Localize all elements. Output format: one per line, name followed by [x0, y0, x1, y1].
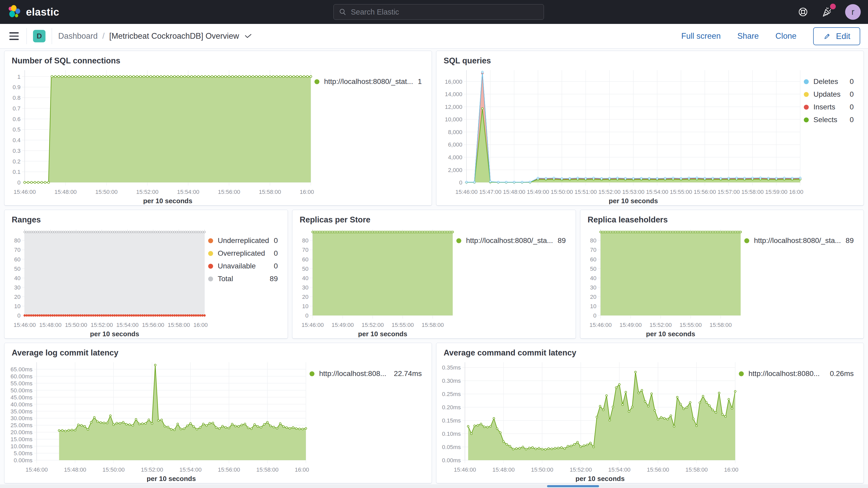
svg-text:14,000: 14,000	[445, 91, 462, 97]
panel-row-2: Ranges 15:46:0015:48:0015:50:0015:52:001…	[4, 210, 864, 339]
legend-color-dot	[208, 276, 213, 281]
svg-text:16:00:00: 16:00:00	[789, 189, 804, 195]
legend-color-dot	[739, 371, 744, 376]
legend-item[interactable]: Underreplicated0	[208, 237, 278, 245]
svg-text:0.5: 0.5	[12, 126, 21, 133]
legend-item[interactable]: Overreplicated0	[208, 249, 278, 257]
svg-text:20: 20	[590, 294, 596, 300]
svg-text:40.00ms: 40.00ms	[11, 401, 32, 408]
legend-label: Underreplicated	[218, 237, 269, 245]
svg-text:4,000: 4,000	[448, 154, 462, 160]
legend-value: 89	[558, 237, 566, 245]
legend-label: Total	[218, 275, 233, 283]
chart-plot-avg-log-commit-latency[interactable]: 15:46:0015:48:0015:50:0015:52:0015:54:00…	[7, 358, 310, 482]
chart-svg: 15:46:0015:48:0015:50:0015:52:0015:54:00…	[7, 225, 208, 337]
svg-text:10.00ms: 10.00ms	[11, 443, 32, 450]
chart-svg: 15:46:0015:49:0015:52:0015:55:0015:58:00…	[583, 225, 744, 337]
newsfeed-button[interactable]	[821, 6, 833, 18]
svg-text:15:46:00: 15:46:00	[302, 322, 324, 328]
share-button[interactable]: Share	[737, 31, 759, 41]
svg-text:15:58:00: 15:58:00	[741, 189, 764, 195]
legend-item[interactable]: http://localhost:8080/_sta...89	[744, 237, 854, 245]
svg-text:0.10ms: 0.10ms	[442, 431, 461, 437]
panel-title: Number of SQL connections	[4, 51, 432, 66]
svg-text:15:54:00: 15:54:00	[177, 189, 199, 195]
svg-text:40: 40	[590, 275, 596, 281]
svg-text:60: 60	[302, 256, 308, 263]
chart-svg: 15:46:0015:47:0015:48:0015:49:0015:50:00…	[439, 66, 804, 204]
chart-plot-sql-queries[interactable]: 15:46:0015:47:0015:48:0015:49:0015:50:00…	[439, 66, 804, 204]
legend-color-dot	[804, 105, 809, 110]
svg-text:16:00:00: 16:00:00	[295, 466, 310, 473]
svg-text:20: 20	[14, 294, 21, 300]
legend-item[interactable]: Selects0	[804, 116, 854, 124]
legend-item[interactable]: http://localhost:8080/_stat...1	[314, 78, 422, 86]
svg-text:15:56:00: 15:56:00	[693, 189, 716, 195]
elastic-logo[interactable]: elastic	[7, 5, 85, 19]
search-input[interactable]	[351, 8, 538, 17]
svg-text:0.4: 0.4	[12, 137, 21, 144]
svg-text:15:49:00: 15:49:00	[527, 189, 549, 195]
svg-text:15:50:00: 15:50:00	[531, 466, 553, 473]
chart-plot-avg-command-commit-latency[interactable]: 15:46:0015:48:0015:50:0015:52:0015:54:00…	[439, 358, 739, 482]
legend-value: 0	[849, 116, 854, 124]
svg-text:30: 30	[590, 284, 596, 291]
svg-text:15:52:00: 15:52:00	[136, 189, 158, 195]
svg-text:0.2: 0.2	[12, 158, 21, 165]
svg-text:15:46:00: 15:46:00	[13, 189, 36, 195]
user-avatar[interactable]: r	[845, 4, 861, 20]
legend-item[interactable]: http://localhost:8080/_sta...89	[456, 237, 566, 245]
chart-svg: 15:46:0015:48:0015:50:0015:52:0015:54:00…	[439, 358, 739, 482]
panel-row-3: Average log commit latency 15:46:0015:48…	[4, 343, 864, 483]
svg-text:per 10 seconds: per 10 seconds	[90, 330, 139, 337]
chart-plot-replicas-per-store[interactable]: 15:46:0015:49:0015:52:0015:55:0015:58:00…	[296, 225, 456, 337]
svg-text:60: 60	[590, 256, 596, 263]
chart-plot-sql-connections[interactable]: 15:46:0015:48:0015:50:0015:52:0015:54:00…	[7, 66, 314, 204]
chart-svg: 15:46:0015:48:0015:50:0015:52:0015:54:00…	[7, 358, 310, 482]
chart-plot-replica-leaseholders[interactable]: 15:46:0015:49:0015:52:0015:55:0015:58:00…	[583, 225, 744, 337]
svg-text:15:49:00: 15:49:00	[332, 322, 354, 328]
legend-label: Overreplicated	[218, 249, 265, 257]
legend-item[interactable]: Total89	[208, 275, 278, 283]
legend-item[interactable]: http://localhost:8080...0.26ms	[739, 369, 854, 378]
chart-plot-ranges[interactable]: 15:46:0015:48:0015:50:0015:52:0015:54:00…	[7, 225, 208, 337]
legend-item[interactable]: Unavailable0	[208, 262, 278, 270]
svg-text:15:55:00: 15:55:00	[680, 322, 702, 328]
svg-text:15:48:00: 15:48:00	[493, 466, 515, 473]
clone-button[interactable]: Clone	[775, 31, 797, 41]
legend-color-dot	[804, 79, 809, 84]
svg-text:20.00ms: 20.00ms	[11, 429, 32, 435]
svg-text:15:46:00: 15:46:00	[26, 466, 48, 473]
panel-avg-command-commit-latency: Average command commit latency 15:46:001…	[436, 343, 864, 483]
svg-text:30.00ms: 30.00ms	[11, 415, 32, 422]
search-icon	[339, 8, 347, 16]
legend-item[interactable]: Inserts0	[804, 103, 854, 111]
full-screen-button[interactable]: Full screen	[681, 31, 721, 41]
legend-item[interactable]: http://localhost:808...22.74ms	[310, 369, 422, 378]
svg-text:15:46:00: 15:46:00	[589, 322, 612, 328]
global-search[interactable]	[334, 4, 544, 20]
legend-value: 22.74ms	[394, 369, 422, 378]
legend-item[interactable]: Updates0	[804, 90, 854, 98]
title-caret-button[interactable]	[245, 33, 252, 39]
space-badge-letter: D	[37, 32, 42, 40]
legend-color-dot	[208, 264, 213, 269]
legend-item[interactable]: Deletes0	[804, 78, 854, 86]
svg-text:15:48:00: 15:48:00	[54, 189, 77, 195]
menu-button[interactable]	[8, 31, 20, 41]
help-button[interactable]	[797, 6, 809, 18]
svg-text:15:52:00: 15:52:00	[649, 322, 672, 328]
breadcrumb-dashboard-link[interactable]: Dashboard	[58, 31, 98, 41]
legend-value: 1	[417, 78, 422, 86]
svg-text:0.3: 0.3	[12, 148, 21, 154]
svg-text:0.05ms: 0.05ms	[442, 444, 461, 450]
life-ring-icon	[797, 6, 809, 18]
svg-text:80: 80	[590, 237, 596, 244]
horizontal-scrollbar[interactable]	[0, 484, 868, 488]
edit-button[interactable]: Edit	[813, 27, 860, 45]
svg-text:0.1: 0.1	[12, 169, 21, 175]
svg-text:15:55:00: 15:55:00	[392, 322, 414, 328]
space-switcher[interactable]: D	[33, 30, 45, 42]
scrollbar-thumb[interactable]	[547, 485, 599, 487]
svg-text:8,000: 8,000	[448, 129, 462, 135]
